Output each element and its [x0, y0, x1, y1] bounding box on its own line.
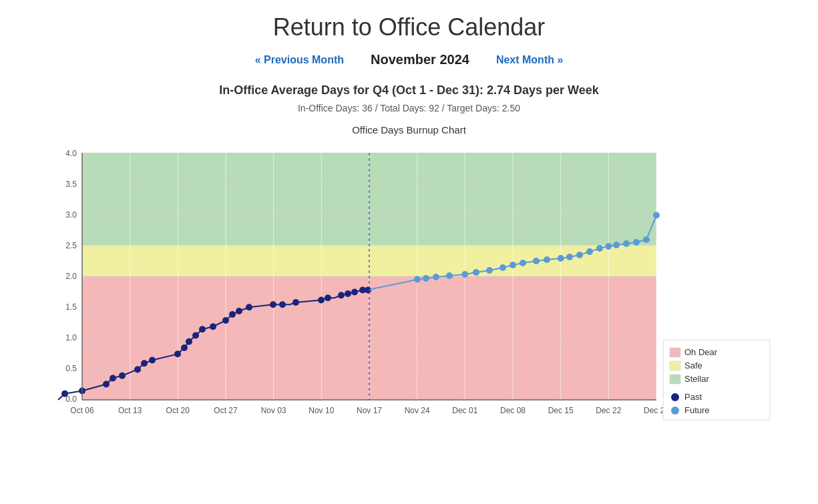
future-dot: [486, 267, 493, 274]
future-dot: [544, 256, 550, 263]
past-dot: [134, 366, 141, 373]
future-dot: [520, 260, 526, 266]
future-dot: [533, 258, 540, 264]
past-dot: [338, 292, 345, 298]
future-dot: [423, 275, 429, 282]
y-label-25: 2.5: [65, 241, 77, 250]
past-dot: [229, 311, 236, 318]
legend-safe-label: Safe: [684, 360, 702, 370]
stats-heading: In-Office Average Days for Q4 (Oct 1 - D…: [27, 83, 791, 97]
y-label-15: 1.5: [65, 302, 77, 312]
past-dot: [174, 350, 181, 357]
legend-future-label: Future: [684, 405, 710, 415]
current-month-label: November 2024: [371, 52, 469, 67]
legend-oh-dear-label: Oh Dear: [684, 347, 718, 357]
y-label-30: 3.0: [65, 210, 77, 220]
legend-past-dot: [671, 393, 679, 401]
chart-area: Office Days Burnup Chart: [42, 124, 777, 433]
prev-month-link[interactable]: « Previous Month: [255, 54, 344, 66]
future-dot: [433, 274, 439, 280]
future-dot: [413, 276, 420, 283]
legend-safe-swatch: [670, 361, 680, 370]
past-dot: [351, 289, 358, 296]
past-dot: [345, 290, 351, 297]
future-dot: [643, 236, 650, 243]
future-dot: [499, 264, 506, 271]
past-dot: [270, 301, 276, 308]
y-label-40: 4.0: [65, 149, 77, 158]
past-dot: [246, 304, 252, 310]
x-label-8: Dec 01: [452, 406, 477, 415]
x-label-10: Dec 15: [548, 406, 573, 415]
legend-past-label: Past: [684, 392, 702, 402]
y-label-20: 2.0: [65, 272, 77, 281]
legend-stellar-label: Stellar: [684, 374, 710, 384]
future-dot: [473, 269, 479, 276]
x-label-7: Nov 24: [404, 406, 429, 415]
y-label-35: 3.5: [65, 180, 77, 189]
past-dot: [103, 381, 110, 388]
stats-section: In-Office Average Days for Q4 (Oct 1 - D…: [27, 83, 791, 113]
x-label-1: Oct 13: [118, 406, 142, 415]
future-dot: [509, 262, 516, 268]
x-label-6: Nov 17: [356, 406, 381, 415]
x-label-5: Nov 10: [309, 406, 334, 415]
next-month-link[interactable]: Next Month »: [496, 54, 563, 66]
x-label-3: Oct 27: [214, 406, 238, 415]
x-label-9: Dec 08: [499, 406, 525, 415]
x-label-11: Dec 22: [596, 406, 621, 415]
past-dot: [222, 317, 229, 324]
future-dot: [653, 212, 660, 219]
future-dot: [461, 271, 468, 278]
y-label-10: 1.0: [65, 333, 77, 342]
legend-stellar-swatch: [670, 374, 680, 384]
legend-future-dot: [671, 407, 679, 415]
past-dot: [119, 372, 126, 379]
page-title: Return to Office Calendar: [27, 13, 791, 41]
past-dot: [181, 344, 188, 351]
past-dot: [110, 375, 116, 382]
past-dot: [186, 338, 192, 345]
chart-title: Office Days Burnup Chart: [42, 124, 777, 136]
future-dot: [605, 243, 612, 250]
future-dot: [633, 239, 640, 246]
month-navigation: « Previous Month November 2024 Next Mont…: [27, 52, 791, 67]
past-dot: [325, 294, 331, 301]
future-dot: [623, 240, 630, 247]
future-dot: [446, 272, 453, 279]
x-label-0: Oct 06: [70, 406, 94, 415]
y-label-0: 0.0: [65, 395, 77, 404]
x-label-2: Oct 20: [166, 406, 190, 415]
past-dot: [141, 360, 148, 366]
future-dot: [613, 242, 620, 248]
past-dot: [292, 299, 299, 306]
future-dot: [557, 255, 564, 262]
legend-oh-dear-swatch: [670, 348, 680, 357]
burnup-chart-svg: 0.0 0.5 1.0 1.5 2.0 2.5 3.0 3.5 4.0 Oct …: [42, 140, 777, 433]
past-dot: [279, 301, 286, 308]
future-dot: [596, 245, 603, 252]
x-label-4: Nov 03: [260, 406, 286, 415]
past-dot: [236, 308, 242, 314]
future-dot: [586, 248, 593, 255]
past-dot: [210, 323, 216, 330]
y-label-05: 0.5: [65, 364, 77, 373]
past-dot: [149, 357, 156, 364]
past-dot: [192, 332, 199, 339]
future-dot: [576, 252, 583, 258]
future-dot: [566, 254, 573, 260]
stats-subtext: In-Office Days: 36 / Total Days: 92 / Ta…: [27, 103, 791, 113]
past-dot: [318, 297, 325, 304]
past-dot: [199, 326, 206, 332]
